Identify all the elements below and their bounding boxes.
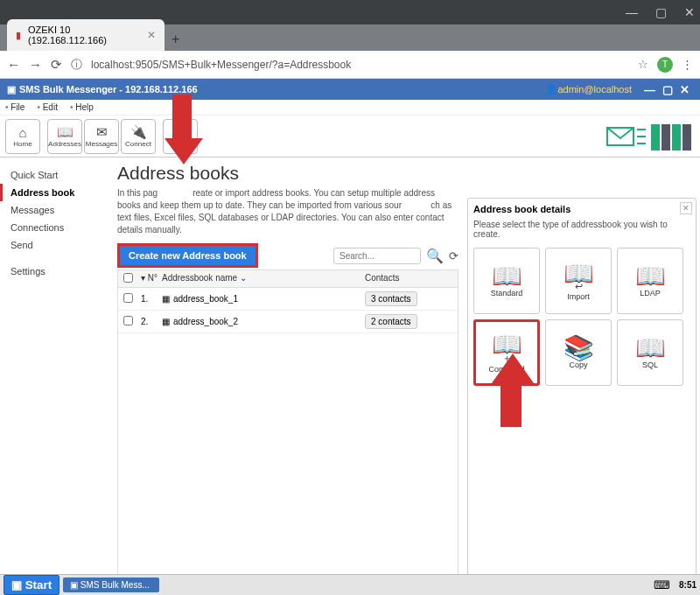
table-row[interactable]: 1.▦address_book_13 contacts	[118, 288, 458, 311]
search-input[interactable]	[333, 248, 421, 264]
window-close-icon[interactable]: ✕	[684, 5, 695, 19]
tile-label: Standard	[491, 289, 523, 298]
user-icon: 👤	[545, 84, 557, 95]
app-maximize-icon[interactable]: ▢	[662, 83, 673, 96]
contacts-button[interactable]: 2 contacts	[365, 314, 417, 329]
profile-avatar[interactable]: T	[657, 57, 673, 73]
menu-file[interactable]: File	[5, 102, 24, 112]
clock: 8:51	[679, 580, 696, 590]
annotation-arrow-up-icon	[492, 354, 530, 427]
tab-title: OZEKI 10 (192.168.112.166)	[28, 24, 140, 46]
svg-rect-3	[672, 124, 681, 150]
tile-ldap[interactable]: 📖LDAP	[617, 248, 683, 314]
star-icon[interactable]: ☆	[638, 58, 648, 71]
url-field[interactable]: localhost:9505/SMS+Bulk+Messenger/?a=Add…	[91, 59, 629, 71]
sidebar: Quick Start Address book Messages Connec…	[0, 158, 108, 579]
back-icon[interactable]: ←	[7, 57, 20, 72]
plug-icon: 🔌	[130, 124, 147, 140]
svg-rect-1	[651, 124, 660, 150]
book-icon: 📖	[635, 264, 666, 289]
browser-tab[interactable]: ▮ OZEKI 10 (192.168.112.166) ✕	[7, 19, 164, 51]
reload-icon[interactable]: ⟳	[51, 57, 62, 73]
svg-rect-2	[662, 124, 670, 150]
sidebar-item-messages[interactable]: Messages	[5, 201, 103, 219]
new-tab-button[interactable]: +	[172, 32, 179, 47]
page-title: Address books	[117, 163, 458, 184]
tile-standard[interactable]: 📖Standard	[473, 248, 540, 314]
tile-copy[interactable]: 📚Copy	[545, 319, 612, 386]
keyboard-icon[interactable]: ⌨	[654, 578, 670, 592]
search-icon[interactable]: 🔍	[426, 248, 444, 264]
admin-label[interactable]: admin@localhost	[557, 84, 632, 94]
details-title: Address book details	[473, 204, 690, 214]
app-minimize-icon[interactable]: —	[644, 83, 655, 96]
details-subtitle: Please select the type of addressbook yo…	[473, 220, 690, 239]
tile-label: Copy	[569, 360, 587, 369]
header-illustration-icon	[606, 119, 693, 154]
toolbar-addresses-button[interactable]: 📖Addresses	[47, 119, 82, 154]
book-icon: 📖	[57, 124, 74, 140]
app-logo-icon: ▣	[7, 84, 16, 95]
contacts-button[interactable]: 3 contacts	[365, 291, 417, 306]
app-title: SMS Bulk Messenger - 192.168.112.166	[19, 84, 198, 94]
annotation-arrow-down-icon	[164, 94, 200, 164]
th-num: ▾ N°	[141, 273, 162, 284]
th-name[interactable]: Addressbook name ⌄	[162, 273, 365, 284]
book-icon: 📖	[635, 336, 666, 360]
details-close-icon[interactable]: ✕	[680, 202, 692, 214]
th-contacts[interactable]: Contacts	[365, 273, 452, 284]
refresh-icon[interactable]: ⟳	[449, 249, 458, 262]
sidebar-item-send[interactable]: Send	[5, 236, 103, 254]
tile-label: Import	[567, 292, 590, 301]
tab-close-icon[interactable]: ✕	[147, 29, 156, 41]
start-button[interactable]: ▣ Start	[4, 575, 60, 595]
select-all-checkbox[interactable]	[123, 273, 133, 283]
envelope-icon: ✉	[96, 124, 108, 140]
toolbar-connect-button[interactable]: 🔌Connect	[121, 119, 156, 154]
address-book-table: ▾ N° Addressbook name ⌄ Contacts 1.▦addr…	[117, 270, 458, 595]
home-icon: ⌂	[18, 125, 26, 140]
book-icon: 📚	[564, 336, 594, 360]
table-row[interactable]: 2.▦address_book_22 contacts	[118, 311, 458, 333]
tile-label: SQL	[642, 360, 658, 369]
browser-menu-icon[interactable]: ⋮	[682, 58, 693, 71]
sidebar-item-connections[interactable]: Connections	[5, 219, 103, 236]
window-minimize-icon[interactable]: —	[626, 5, 638, 19]
menu-help[interactable]: Help	[70, 102, 94, 112]
toolbar-home-button[interactable]: ⌂Home	[5, 119, 40, 154]
row-num: 2.	[141, 317, 162, 326]
sidebar-item-settings[interactable]: Settings	[5, 262, 103, 280]
app-close-icon[interactable]: ✕	[680, 83, 690, 96]
tab-favicon-icon: ▮	[16, 30, 21, 41]
tile-sql[interactable]: 📖SQL	[617, 319, 683, 386]
window-maximize-icon[interactable]: ▢	[655, 5, 667, 19]
tile-label: LDAP	[640, 289, 661, 298]
svg-rect-4	[682, 124, 691, 150]
sidebar-item-addressbook[interactable]: Address book	[0, 184, 103, 201]
book-icon: ▦	[162, 294, 170, 304]
tile-import[interactable]: 📖↩Import	[545, 248, 612, 314]
menu-edit[interactable]: Edit	[37, 102, 58, 112]
site-info-icon[interactable]: ⓘ	[71, 57, 82, 73]
forward-icon[interactable]: →	[29, 57, 42, 72]
row-name: address_book_2	[173, 317, 238, 326]
book-icon: ▦	[162, 317, 170, 326]
row-checkbox[interactable]	[123, 293, 133, 303]
row-num: 1.	[141, 294, 162, 304]
toolbar-messages-button[interactable]: ✉Messages	[84, 119, 119, 154]
create-address-book-button[interactable]: Create new Address book	[117, 243, 258, 268]
taskbar-item[interactable]: ▣ SMS Bulk Mess...	[63, 578, 159, 592]
row-checkbox[interactable]	[123, 316, 133, 326]
book-icon: 📖	[492, 264, 522, 289]
row-name: address_book_1	[173, 294, 238, 304]
sidebar-item-quickstart[interactable]: Quick Start	[5, 166, 103, 184]
page-description: In this pagXXXXXXreate or import address…	[117, 187, 458, 236]
